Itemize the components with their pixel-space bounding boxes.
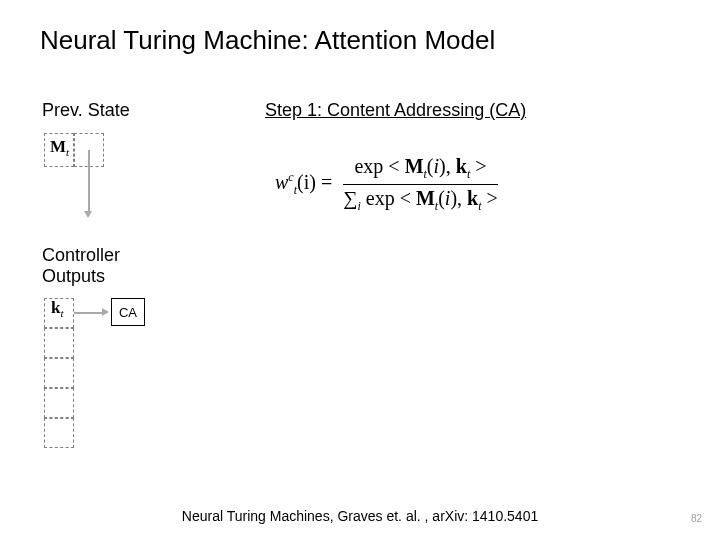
step-heading: Step 1: Content Addressing (CA) (265, 100, 526, 121)
controller-line2: Outputs (42, 266, 105, 286)
formula-w: w (275, 171, 288, 193)
memory-symbol: Mt (50, 137, 69, 158)
arrow-line (88, 150, 90, 213)
formula-arg: (i) = (297, 171, 332, 193)
citation: Neural Turing Machines, Graves et. al. ,… (0, 508, 720, 524)
content-addressing-formula: wct(i) = exp < Mt(i), kt > ∑i exp < Mt(i… (275, 155, 498, 214)
arrow-right-icon (102, 308, 109, 316)
page-number: 82 (691, 513, 702, 524)
vector-cell (44, 328, 74, 358)
vector-cell (44, 358, 74, 388)
vector-cell (44, 418, 74, 448)
controller-line1: Controller (42, 245, 120, 265)
prev-state-label: Prev. State (42, 100, 130, 121)
key-symbol-sub: t (60, 307, 63, 319)
slide-title: Neural Turing Machine: Attention Model (40, 25, 495, 56)
vector-cell (44, 388, 74, 418)
arrow-line (74, 312, 104, 314)
formula-lhs: wct(i) = (275, 171, 337, 193)
formula-denominator: ∑i exp < Mt(i), kt > (343, 185, 498, 214)
formula-fraction: exp < Mt(i), kt > ∑i exp < Mt(i), kt > (343, 155, 498, 214)
memory-symbol-main: M (50, 137, 66, 156)
ca-box: CA (111, 298, 145, 326)
formula-numerator: exp < Mt(i), kt > (343, 155, 498, 185)
memory-symbol-sub: t (66, 146, 69, 158)
controller-outputs-label: Controller Outputs (42, 245, 120, 286)
arrow-down-icon (84, 211, 92, 218)
key-symbol: kt (51, 298, 64, 319)
